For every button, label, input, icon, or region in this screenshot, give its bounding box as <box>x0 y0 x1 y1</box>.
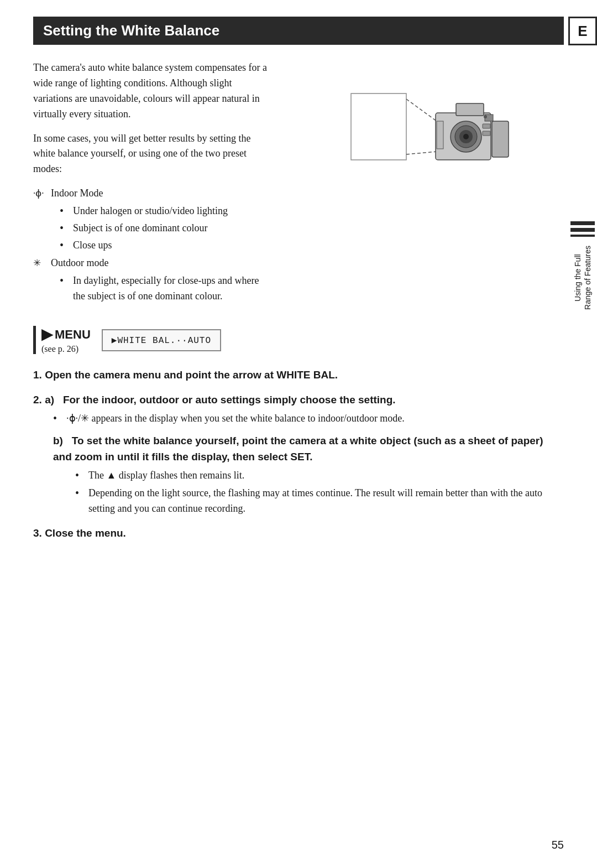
page-title: Setting the White Balance <box>43 22 219 39</box>
menu-display-box: ▶WHITE BAL.··AUTO <box>102 329 221 351</box>
title-bar: Setting the White Balance <box>33 17 564 45</box>
step-3-number: 3. <box>33 527 42 539</box>
step-3-text: Close the menu. <box>45 527 126 539</box>
bullet-icon: • <box>75 486 84 500</box>
step-2b-label: b) <box>53 435 63 446</box>
step-3: 3. Close the menu. <box>33 526 564 542</box>
side-label-text: Using the Full Range of Features <box>573 246 593 310</box>
side-bar-line-1 <box>570 221 595 225</box>
step-2b-heading-text: To set the white balance yourself, point… <box>53 435 543 462</box>
indoor-bullet-3: • Close ups <box>60 238 271 253</box>
top-section: The camera's auto white balance system c… <box>33 60 564 313</box>
indoor-label: Indoor Mode <box>51 186 103 201</box>
indoor-sub-list: • Under halogen or studio/video lighting… <box>60 204 271 253</box>
e-badge: E <box>568 17 597 45</box>
step-2b-bullet-2-text: Depending on the light source, the flash… <box>88 486 564 517</box>
step-2a-label: a) <box>45 394 54 406</box>
bullet-icon: • <box>75 468 84 482</box>
step-2a-bullets: • ·ϕ·/✳ appears in the display when you … <box>53 411 564 427</box>
bullet-icon: • <box>60 273 69 288</box>
step-2a-bullet-1: • ·ϕ·/✳ appears in the display when you … <box>53 411 564 427</box>
svg-point-15 <box>484 115 487 118</box>
step-2b-bullets: • The ▲ display flashes then remains lit… <box>75 468 564 517</box>
step-2b-bullet-2: • Depending on the light source, the fla… <box>75 486 564 517</box>
camera-illustration <box>334 66 511 193</box>
step-2-number: 2. <box>33 394 42 406</box>
outdoor-mode-item: ✳ Outdoor mode <box>33 256 271 271</box>
step-2b: b) To set the white balance yourself, po… <box>53 433 564 517</box>
bullet-icon: • <box>53 411 62 425</box>
step-2: 2. a) For the indoor, outdoor or auto se… <box>33 392 564 517</box>
side-bar-lines <box>570 221 595 237</box>
step-2b-heading: b) To set the white balance yourself, po… <box>53 433 564 465</box>
page-number: 55 <box>552 839 564 851</box>
numbered-steps: 1. Open the camera menu and point the ar… <box>33 367 564 541</box>
bullet-icon: • <box>60 238 69 252</box>
bullet-icon: • <box>60 204 69 218</box>
page-container: E Using the Full Range of Features Setti… <box>0 0 597 868</box>
menu-text: MENU <box>55 328 91 342</box>
indoor-mode-item: ·ϕ· Indoor Mode <box>33 186 271 201</box>
menu-label: ▶ MENU <box>41 326 91 343</box>
svg-rect-14 <box>483 131 490 136</box>
svg-rect-16 <box>437 121 443 149</box>
indoor-icon: ·ϕ· <box>33 186 46 201</box>
indoor-bullet-2: • Subject is of one dominant colour <box>60 221 271 236</box>
outdoor-bullet-1: • In daylight, especially for close-ups … <box>60 273 271 304</box>
menu-arrow-icon: ▶ <box>41 326 53 343</box>
step-3-heading: 3. Close the menu. <box>33 526 564 542</box>
indoor-bullet-1: • Under halogen or studio/video lighting <box>60 204 271 219</box>
svg-point-10 <box>463 134 469 139</box>
step-1-heading: 1. Open the camera menu and point the ar… <box>33 367 564 383</box>
intro-text: The camera's auto white balance system c… <box>33 60 271 313</box>
bullet-icon: • <box>60 221 69 235</box>
menu-box: ▶ MENU (see p. 26) <box>41 326 91 354</box>
intro-para1: The camera's auto white balance system c… <box>33 60 271 122</box>
svg-line-3 <box>406 99 437 121</box>
outdoor-label: Outdoor mode <box>51 256 108 271</box>
svg-rect-6 <box>456 103 484 116</box>
svg-rect-12 <box>492 121 509 157</box>
outdoor-sub-list: • In daylight, especially for close-ups … <box>60 273 271 304</box>
step-2b-bullet-1-text: The ▲ display flashes then remains lit. <box>88 468 244 484</box>
step-2-number-label: 2. a) For the indoor, outdoor or auto se… <box>33 392 564 408</box>
svg-rect-13 <box>483 124 490 128</box>
step-2a-heading: For the indoor, outdoor or auto settings… <box>63 394 396 406</box>
modes-list: ·ϕ· Indoor Mode • Under halogen or studi… <box>33 186 271 304</box>
intro-para2: In some cases, you will get better resul… <box>33 131 271 178</box>
side-bar-line-3 <box>570 235 595 237</box>
step-2a-bullet-text: ·ϕ·/✳ appears in the display when you se… <box>66 411 405 427</box>
outdoor-icon: ✳ <box>33 256 46 271</box>
step-1-number: 1. <box>33 369 42 381</box>
menu-see-text: (see p. 26) <box>41 344 78 354</box>
step-1-text: Open the camera menu and point the arrow… <box>45 369 338 381</box>
svg-rect-0 <box>351 93 406 160</box>
svg-line-4 <box>406 152 437 154</box>
step-1: 1. Open the camera menu and point the ar… <box>33 367 564 383</box>
camera-illustration-container <box>282 60 564 313</box>
step-2b-bullet-1: • The ▲ display flashes then remains lit… <box>75 468 564 484</box>
menu-row: ▶ MENU (see p. 26) ▶WHITE BAL.··AUTO <box>33 326 564 354</box>
side-bar-line-2 <box>570 228 595 232</box>
side-label-container: Using the Full Range of Features <box>568 221 597 376</box>
